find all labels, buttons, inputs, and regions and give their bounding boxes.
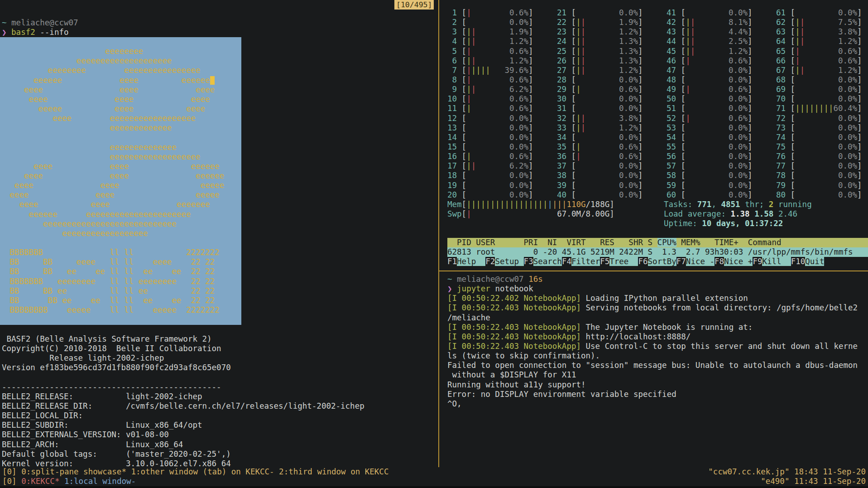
htop-table-header[interactable]: PID USER PRI NI VIRT RES SHR S CPU% MEM%… — [447, 238, 868, 247]
logo-line: eeee eeee eeee — [0, 85, 241, 95]
tmux-window-item[interactable]: 0:KEKCC* — [21, 477, 59, 486]
fkey-f7[interactable]: F7Nice - — [676, 257, 715, 266]
cpu-meter: 58 [0.0%] — [667, 171, 753, 180]
cpu-id: 46 — [667, 56, 676, 66]
fkey-f3[interactable]: F3Search — [524, 257, 562, 266]
cpu-id: 53 — [667, 123, 676, 133]
cpu-meter-row: 9 [||6.2%]29 [|0.6%]49 [|0.6%]69 [0.0%] — [447, 85, 868, 94]
logo-line: eeeeeeeeeeeeeeeeee — [0, 229, 241, 238]
log-prefix: [I 00:50:22.402 NotebookApp] — [447, 294, 581, 303]
cpu-percent: 8.1% — [729, 18, 748, 27]
pane-basf2[interactable]: ~ meliache@ccw07 ❯ basf2 --info — [2, 18, 436, 37]
cpu-percent: 1.2% — [509, 37, 528, 46]
cpu-id: 12 — [447, 114, 457, 123]
mem-label: Mem — [447, 200, 462, 209]
cpu-id: 73 — [776, 123, 786, 133]
logo-line: eeee eeee eeeee — [0, 190, 241, 200]
basf2-info-text: BASF2 (Belle Analysis Software Framework… — [2, 334, 436, 469]
cpu-id: 67 — [776, 66, 786, 75]
cpu-meter: 56 [0.0%] — [667, 152, 753, 161]
cpu-id: 2 — [447, 18, 457, 27]
info-line: BELLE2_ARCH: Linux_x86_64 — [2, 440, 436, 449]
cpu-meter: 24 [||1.3%] — [557, 37, 643, 46]
cpu-percent: 0.0% — [729, 94, 748, 104]
mem-used: 110G — [566, 200, 585, 209]
tmux-window-item[interactable]: [0] — [2, 467, 21, 476]
cpu-meter: 51 [0.0%] — [667, 104, 753, 113]
sort-column-cpu[interactable]: CPU% — [657, 238, 676, 247]
screen-edge — [0, 486, 868, 488]
info-line: BELLE2_RELEASE: light-2002-ichep — [2, 392, 436, 401]
cpu-meter: 50 [0.0%] — [667, 94, 753, 104]
cpu-id: 10 — [447, 94, 457, 104]
cpu-meter: 16 [|0.6%] — [447, 152, 533, 161]
shell-command-jupyter: ❯ jupyter notebook — [447, 284, 868, 294]
pane-jupyter[interactable]: ~ meliache@ccw07 16s❯ jupyter notebook[I… — [447, 275, 868, 409]
htop-process-row[interactable]: 62813 root 0 -20 45.1G 5219M 2422M S 1.3… — [447, 247, 868, 257]
cpu-id: 20 — [447, 190, 457, 200]
fkey-f9[interactable]: F9Kill — [753, 257, 791, 266]
log-line: [I 00:50:22.403 NotebookApp] http://loca… — [447, 332, 868, 342]
cpu-id: 79 — [776, 181, 786, 190]
fkey-f2[interactable]: F2Setup — [485, 257, 523, 266]
tasks-line: Tasks: 771, 4851 thr; 2 running — [664, 200, 812, 209]
cpu-percent: 0.0% — [838, 123, 857, 133]
logo-line: eeee eeeeeeeeeeeeeeeeee — [0, 114, 241, 123]
info-line: ----------------------------------------… — [2, 382, 436, 392]
cpu-id: 37 — [557, 161, 566, 171]
fkey-f5[interactable]: F5Tree — [600, 257, 638, 266]
cpu-meter: 14 [0.0%] — [447, 133, 533, 142]
cpu-meter: 9 [||6.2%] — [447, 85, 533, 94]
tmux-window-item[interactable]: [0] — [2, 477, 21, 486]
cpu-meter: 80 [0.0%] — [776, 190, 862, 200]
cpu-meter: 55 [0.0%] — [667, 142, 753, 152]
cpu-percent: 1.3% — [619, 47, 638, 56]
fkey-f10[interactable]: F10Quit — [791, 257, 825, 266]
cpu-id: 60 — [667, 190, 676, 200]
cpu-id: 5 — [447, 47, 457, 56]
cpu-percent: 0.0% — [619, 8, 638, 18]
logo-line: BBBBBBBB eeeee ll ll eeeee 2222222 — [0, 305, 241, 315]
cpu-percent: 0.0% — [729, 181, 748, 190]
cpu-meter: 19 [0.0%] — [447, 181, 533, 190]
cpu-percent: 0.0% — [729, 133, 748, 142]
tmux-window-item[interactable]: 0:split-pane showcase* — [21, 467, 126, 476]
cpu-meter: 44 [||2.5%] — [667, 37, 753, 46]
cpu-percent: 0.6% — [838, 47, 857, 56]
cpu-percent: 0.0% — [729, 8, 748, 18]
tmux-window-item[interactable]: 1:local window- — [59, 477, 136, 486]
cpu-percent: 0.0% — [619, 171, 638, 180]
cpu-meter: 66 [|0.6%] — [776, 56, 862, 66]
cpu-meter: 47 [0.0%] — [667, 66, 753, 75]
cpu-percent: 4.4% — [729, 27, 748, 37]
tmux-window-item[interactable]: 2:third window on KEKCC — [274, 467, 389, 476]
cpu-percent: 0.0% — [509, 114, 528, 123]
htop-cpu-grid: 1 [|0.6%]21 [0.0%]41 [0.0%]61 [0.0%]2 [0… — [447, 8, 868, 200]
logo-line: eeeeeeeeeeeeeeeeeeeeeeeeeeee — [0, 219, 241, 229]
log-line: without a $DISPLAY for X11 — [447, 370, 868, 380]
fkey-f1[interactable]: F1Help — [447, 257, 485, 266]
cpu-meter: 53 [0.0%] — [667, 123, 753, 133]
logo-line: eeee eeee eeee — [0, 95, 241, 104]
htop-function-key-bar: F1Help F2Setup F3SearchF4FilterF5Tree F6… — [447, 257, 868, 266]
cpu-percent: 0.0% — [838, 190, 857, 200]
cpu-id: 17 — [447, 161, 457, 171]
cpu-percent: 0.6% — [509, 94, 528, 104]
pane-htop[interactable]: 1 [|0.6%]21 [0.0%]41 [0.0%]61 [0.0%]2 [0… — [447, 8, 868, 267]
tmux-horizontal-border[interactable] — [439, 271, 868, 271]
cpu-id: 48 — [667, 75, 676, 85]
fkey-f6[interactable]: F6SortBy — [638, 257, 676, 266]
tmux-window-item[interactable]: 1:other window (tab) on KEKCC- — [126, 467, 274, 476]
tmux-vertical-border[interactable] — [438, 0, 439, 468]
logo-line: BB BB ee ee ll ll ee ee 22 22 — [0, 267, 241, 276]
cpu-percent: 0.0% — [838, 85, 857, 94]
fkey-f4[interactable]: F4Filter — [562, 257, 600, 266]
prompt-chevron-icon: ❯ — [2, 28, 11, 37]
cpu-meter: 45 [||1.2%] — [667, 47, 753, 56]
cpu-id: 18 — [447, 171, 457, 180]
fkey-f8[interactable]: F8Nice + — [715, 257, 753, 266]
cpu-meter: 79 [0.0%] — [776, 181, 862, 190]
command-duration: 16s — [524, 275, 543, 284]
cpu-id: 50 — [667, 94, 676, 104]
cpu-meter-row: 19 [0.0%]39 [0.0%]59 [0.0%]79 [0.0%] — [447, 181, 868, 190]
